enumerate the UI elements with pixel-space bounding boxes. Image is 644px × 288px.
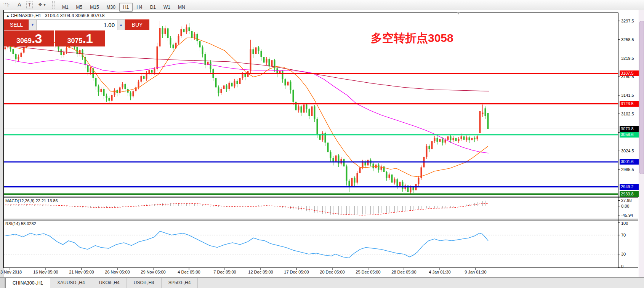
candle bbox=[394, 179, 396, 183]
rsi-axis-label: 70 bbox=[621, 232, 638, 238]
candle bbox=[63, 52, 65, 55]
candle bbox=[474, 138, 476, 139]
sell-button[interactable]: SELL bbox=[4, 19, 29, 30]
mt4-window: ∷∷F A T ❖ ▾ M1M5M15M30H1H4D1W1MN ▲ CHINA… bbox=[0, 0, 644, 288]
macd-label: MACD(12,26,9) 22.21 13.86 bbox=[5, 198, 58, 203]
candle bbox=[223, 85, 225, 89]
sell-price-main: 3069 bbox=[16, 37, 32, 45]
candle bbox=[327, 142, 329, 152]
price-tick-label: 3102.5 bbox=[621, 111, 638, 117]
chart-tab-sp500h4[interactable]: SP500-,H4 bbox=[162, 278, 198, 288]
candle bbox=[453, 138, 454, 140]
rsi-axis-label: 0 bbox=[621, 264, 638, 269]
candle bbox=[477, 136, 478, 139]
candle bbox=[330, 152, 332, 158]
candle bbox=[285, 79, 286, 85]
macd-axis-label: 0.00 bbox=[621, 203, 638, 209]
volume-decrease-button[interactable]: ▼ bbox=[29, 19, 37, 30]
candle bbox=[303, 104, 305, 112]
chart-tab-china300h1[interactable]: CHINA300-,H1 bbox=[5, 278, 50, 288]
time-axis-label: 4 Jan 01:30 bbox=[429, 270, 451, 274]
candle bbox=[170, 38, 171, 45]
candle bbox=[479, 111, 481, 133]
price-tick-label: 3258.5 bbox=[621, 37, 638, 42]
candle bbox=[101, 89, 102, 92]
candle bbox=[485, 108, 486, 116]
candle bbox=[402, 182, 404, 189]
candle bbox=[109, 98, 110, 101]
collapse-arrow-icon[interactable]: ▲ bbox=[6, 14, 10, 18]
volume-input[interactable] bbox=[37, 19, 117, 30]
candle bbox=[426, 146, 428, 157]
chart-tab-ukoilh4[interactable]: UKOil-,H4 bbox=[92, 278, 127, 288]
candle bbox=[133, 91, 134, 96]
time-axis-label: 13 Nov 2018 bbox=[0, 270, 22, 274]
candle bbox=[157, 46, 158, 69]
price-tick-label: 3297.5 bbox=[621, 18, 638, 24]
candle bbox=[341, 159, 342, 164]
candle bbox=[349, 181, 350, 186]
candle bbox=[261, 51, 262, 57]
candle bbox=[445, 140, 446, 143]
candle bbox=[359, 167, 361, 173]
chart-tab-xauusdh4[interactable]: XAUUSD-,H4 bbox=[50, 278, 92, 288]
buy-button[interactable]: BUY bbox=[125, 19, 149, 30]
candle bbox=[237, 81, 238, 84]
volume-increase-button[interactable]: ▲ bbox=[117, 19, 125, 30]
candle bbox=[346, 166, 348, 181]
buy-price-main: 3075 bbox=[67, 37, 83, 45]
candle bbox=[461, 136, 462, 139]
time-axis-label: 12 Dec 05:00 bbox=[248, 270, 273, 274]
candle bbox=[130, 93, 131, 96]
candle bbox=[253, 49, 254, 54]
candle bbox=[114, 90, 115, 95]
macd-axis-label: 27.98 bbox=[621, 198, 638, 203]
candle bbox=[181, 29, 182, 36]
time-axis-label: 20 Dec 05:00 bbox=[320, 270, 344, 274]
candle bbox=[21, 53, 22, 57]
price-tick-label: 2985.5 bbox=[621, 167, 638, 172]
candle bbox=[15, 54, 17, 59]
chart-tab-usoilh4[interactable]: USOil-,H4 bbox=[127, 278, 162, 288]
candle bbox=[266, 59, 268, 62]
candle bbox=[437, 138, 438, 142]
chart-tab-bar: CHINA300-,H1XAUUSD-,H4UKOil-,H4USOil-,H4… bbox=[0, 277, 644, 288]
macd-axis-label: -45.94 bbox=[621, 213, 638, 218]
time-axis-label: 7 Dec 05:00 bbox=[213, 270, 236, 274]
candle bbox=[354, 178, 356, 183]
candle bbox=[95, 78, 97, 86]
candle bbox=[306, 104, 308, 109]
time-axis-label: 29 Nov 05:00 bbox=[141, 270, 165, 274]
candle bbox=[167, 28, 169, 38]
candle bbox=[269, 59, 270, 66]
candle bbox=[250, 49, 252, 71]
buy-price-display[interactable]: 3075.1 bbox=[55, 30, 105, 46]
candle bbox=[210, 62, 211, 69]
candle bbox=[151, 70, 153, 73]
candle bbox=[66, 48, 67, 52]
candle bbox=[143, 76, 145, 79]
candle bbox=[298, 106, 300, 110]
candle bbox=[87, 65, 89, 72]
candle bbox=[335, 155, 337, 162]
sell-price-display[interactable]: 3069.3 bbox=[4, 30, 54, 46]
candle bbox=[18, 57, 19, 59]
time-axis-label: 28 Dec 05:00 bbox=[391, 270, 416, 274]
candle bbox=[317, 119, 318, 134]
candle bbox=[197, 34, 198, 41]
candle bbox=[258, 47, 260, 51]
symbol-label: CHINA300-,H1 bbox=[11, 13, 41, 18]
candle bbox=[229, 83, 230, 89]
candle bbox=[173, 45, 174, 48]
level-price-label: 3187.5 bbox=[620, 70, 639, 76]
candle bbox=[255, 47, 257, 54]
candle bbox=[439, 139, 441, 142]
rsi-label: RSI(14) 58.0282 bbox=[5, 221, 36, 226]
tab-scroll-button[interactable] bbox=[0, 278, 5, 288]
level-price-label: 3123.5 bbox=[620, 101, 639, 107]
candle bbox=[290, 82, 292, 90]
candle bbox=[13, 49, 14, 54]
candle bbox=[471, 138, 473, 140]
candle bbox=[205, 54, 206, 65]
candle bbox=[111, 95, 113, 101]
